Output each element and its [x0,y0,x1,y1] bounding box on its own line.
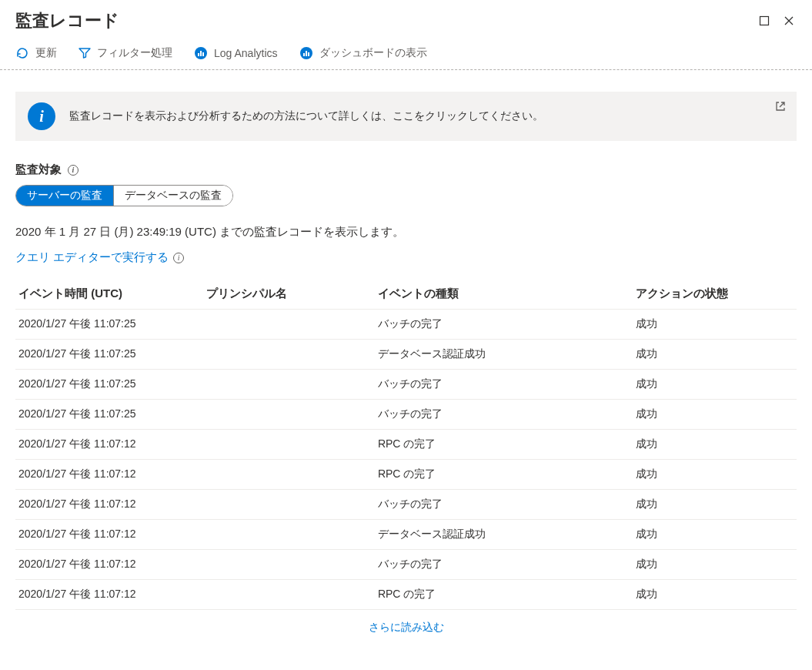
refresh-label: 更新 [35,46,57,60]
svg-rect-4 [198,53,199,56]
cell-status: 成功 [633,310,797,340]
table-row[interactable]: 2020/1/27 午後 11:07:12データベース認証成功成功 [15,520,797,550]
popout-icon[interactable] [775,101,786,114]
cell-time: 2020/1/27 午後 11:07:25 [15,310,203,340]
filter-button[interactable]: フィルター処理 [79,46,172,60]
restore-button[interactable] [757,13,772,28]
database-audit-tab[interactable]: データベースの監査 [113,186,232,206]
svg-rect-0 [760,17,769,25]
table-row[interactable]: 2020/1/27 午後 11:07:25データベース認証成功成功 [15,340,797,370]
load-more-row: さらに読み込む [15,610,797,645]
cell-time: 2020/1/27 午後 11:07:25 [15,340,203,370]
col-header-time[interactable]: イベント時間 (UTC) [15,279,203,310]
refresh-button[interactable]: 更新 [15,46,57,60]
toolbar: 更新 フィルター処理 Log Analytics ダッシュボードの表示 [0,39,812,70]
server-audit-tab[interactable]: サーバーの監査 [16,186,113,206]
cell-principal [203,400,375,430]
cell-principal [203,370,375,400]
table-row[interactable]: 2020/1/27 午後 11:07:12RPC の完了成功 [15,460,797,490]
cell-principal [203,520,375,550]
timestamp-line: 2020 年 1 月 27 日 (月) 23:49:19 (UTC) までの監査… [15,225,797,240]
cell-event: バッチの完了 [375,400,633,430]
cell-principal [203,430,375,460]
log-analytics-button[interactable]: Log Analytics [194,46,278,60]
cell-event: データベース認証成功 [375,340,633,370]
cell-status: 成功 [633,580,797,610]
info-small-icon[interactable]: i [173,253,184,263]
cell-status: 成功 [633,340,797,370]
content-area[interactable]: i 監査レコードを表示および分析するための方法について詳しくは、ここをクリックし… [0,70,812,657]
log-analytics-icon [194,46,208,60]
table-row[interactable]: 2020/1/27 午後 11:07:12RPC の完了成功 [15,430,797,460]
cell-principal [203,310,375,340]
cell-event: RPC の完了 [375,460,633,490]
cell-event: RPC の完了 [375,580,633,610]
load-more-link[interactable]: さらに読み込む [369,621,444,633]
cell-event: バッチの完了 [375,370,633,400]
svg-rect-5 [200,51,202,56]
close-button[interactable] [781,13,797,28]
cell-status: 成功 [633,430,797,460]
query-editor-row: クエリ エディターで実行する i [15,250,797,265]
audit-target-toggle: サーバーの監査 データベースの監査 [15,185,233,206]
table-row[interactable]: 2020/1/27 午後 11:07:25バッチの完了成功 [15,400,797,430]
cell-status: 成功 [633,490,797,520]
svg-rect-10 [308,52,309,56]
window-controls [757,13,797,28]
cell-principal [203,460,375,490]
info-banner-text: 監査レコードを表示および分析するための方法について詳しくは、ここをクリックしてく… [69,109,784,123]
cell-principal [203,580,375,610]
col-header-status[interactable]: アクションの状態 [633,279,797,310]
svg-rect-8 [303,53,305,56]
cell-status: 成功 [633,520,797,550]
cell-status: 成功 [633,550,797,580]
table-row[interactable]: 2020/1/27 午後 11:07:12バッチの完了成功 [15,490,797,520]
cell-time: 2020/1/27 午後 11:07:12 [15,520,203,550]
svg-rect-6 [202,52,204,56]
cell-status: 成功 [633,460,797,490]
cell-principal [203,340,375,370]
cell-event: バッチの完了 [375,310,633,340]
cell-time: 2020/1/27 午後 11:07:12 [15,430,203,460]
cell-time: 2020/1/27 午後 11:07:12 [15,550,203,580]
col-header-principal[interactable]: プリンシパル名 [203,279,375,310]
dashboard-icon [299,46,313,60]
cell-time: 2020/1/27 午後 11:07:12 [15,580,203,610]
filter-icon [79,47,91,59]
cell-event: RPC の完了 [375,430,633,460]
audit-table: イベント時間 (UTC) プリンシパル名 イベントの種類 アクションの状態 20… [15,279,797,610]
table-row[interactable]: 2020/1/27 午後 11:07:12RPC の完了成功 [15,580,797,610]
refresh-icon [15,46,29,60]
info-banner[interactable]: i 監査レコードを表示および分析するための方法について詳しくは、ここをクリックし… [15,92,797,141]
cell-time: 2020/1/27 午後 11:07:25 [15,400,203,430]
header: 監査レコード [0,0,812,39]
cell-event: バッチの完了 [375,550,633,580]
cell-time: 2020/1/27 午後 11:07:12 [15,460,203,490]
log-analytics-label: Log Analytics [214,47,278,59]
query-editor-link[interactable]: クエリ エディターで実行する [15,250,169,265]
dashboard-button[interactable]: ダッシュボードの表示 [299,46,427,60]
cell-principal [203,550,375,580]
filter-label: フィルター処理 [97,46,172,60]
audit-target-label: 監査対象 i [15,162,797,177]
info-icon: i [28,102,55,130]
table-row[interactable]: 2020/1/27 午後 11:07:25バッチの完了成功 [15,310,797,340]
page-title: 監査レコード [15,9,119,32]
cell-event: バッチの完了 [375,490,633,520]
cell-event: データベース認証成功 [375,520,633,550]
svg-rect-9 [306,51,307,56]
col-header-event[interactable]: イベントの種類 [375,279,633,310]
cell-status: 成功 [633,400,797,430]
cell-time: 2020/1/27 午後 11:07:25 [15,370,203,400]
table-row[interactable]: 2020/1/27 午後 11:07:12バッチの完了成功 [15,550,797,580]
cell-time: 2020/1/27 午後 11:07:12 [15,490,203,520]
table-row[interactable]: 2020/1/27 午後 11:07:25バッチの完了成功 [15,370,797,400]
dashboard-label: ダッシュボードの表示 [319,46,427,60]
cell-status: 成功 [633,370,797,400]
cell-principal [203,490,375,520]
info-small-icon[interactable]: i [68,165,79,176]
